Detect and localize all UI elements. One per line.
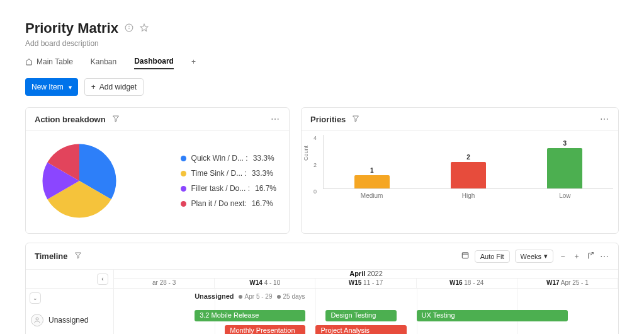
y-tick: 2 [314, 162, 317, 168]
add-widget-button[interactable]: + Add widget [84, 78, 144, 96]
bar-column: 1Medium [347, 135, 397, 188]
widget-title: Priorities [310, 115, 346, 124]
month-year: 2022 [365, 270, 383, 277]
timeline-task[interactable]: UX Testing [417, 310, 568, 321]
today-icon[interactable] [461, 251, 470, 262]
legend-item: Plan it / Do next: 16.7% [181, 199, 276, 208]
bar-value: 2 [466, 154, 470, 161]
home-icon [25, 58, 33, 66]
timeline-lanes: Unassigned Apr 5 - 29 25 days 3.2 Mobile… [114, 289, 618, 334]
summary-days: 25 days [283, 293, 305, 300]
bar-value: 1 [370, 167, 374, 174]
new-item-label: New Item [31, 83, 64, 91]
export-icon[interactable] [586, 251, 595, 262]
legend-value: 16.7% [252, 199, 273, 208]
tab-main-table[interactable]: Main Table [25, 55, 73, 69]
week-cell: W15 11 - 17 [315, 279, 416, 288]
chevron-down-icon: ▾ [544, 252, 548, 260]
tab-dashboard[interactable]: Dashboard [134, 54, 174, 69]
info-icon[interactable] [125, 23, 133, 34]
filter-icon[interactable] [74, 251, 82, 261]
tab-kanban[interactable]: Kanban [91, 55, 116, 69]
bar-category: High [462, 192, 475, 199]
bar-category: Low [559, 192, 570, 199]
legend-value: 33.3% [252, 169, 273, 178]
timeline-task[interactable]: 3.2 Mobile Release [195, 310, 305, 321]
legend-label: Plan it / Do next: [191, 199, 247, 208]
legend-item: Quick Win / D... : 33.3% [181, 154, 276, 163]
widget-title: Action breakdown [35, 115, 106, 124]
svg-marker-4 [113, 116, 118, 122]
summary-name: Unassigned [195, 292, 234, 300]
star-icon[interactable] [140, 23, 149, 34]
pie-legend: Quick Win / D... : 33.3% Time Sink / D..… [181, 154, 276, 208]
bar-column: 2High [443, 135, 494, 188]
week-cell: W16 18 - 24 [417, 279, 517, 288]
month-bold: April [349, 270, 365, 277]
legend-item: Filler task / Do... : 16.7% [181, 184, 276, 193]
priorities-widget: Priorities ⋯ Count 0 2 4 1Medium2High3Lo… [301, 107, 619, 234]
avatar [31, 314, 43, 326]
zoom-in-icon[interactable]: + [572, 252, 581, 261]
bar-category: Medium [361, 192, 383, 199]
add-widget-label: Add widget [99, 83, 137, 91]
bar-column: 3Low [539, 135, 590, 188]
time-unit-select[interactable]: Weeks ▾ [515, 250, 553, 263]
view-tabs: Main Table Kanban Dashboard + [25, 54, 619, 69]
y-axis-label: Count [303, 146, 309, 161]
plus-icon: + [91, 83, 96, 91]
week-header: ar 28 - 3W14 4 - 10W15 11 - 17W16 18 - 2… [114, 279, 618, 289]
autofit-label: Auto Fit [480, 253, 504, 260]
y-tick: 0 [314, 188, 317, 195]
svg-marker-3 [140, 24, 148, 31]
bar[interactable] [547, 148, 582, 188]
svg-point-10 [36, 318, 38, 320]
autofit-button[interactable]: Auto Fit [475, 250, 510, 263]
new-item-button[interactable]: New Item ▾ [25, 78, 78, 96]
svg-rect-7 [462, 253, 468, 258]
legend-dot [181, 156, 186, 161]
month-header: April 2022 [114, 270, 618, 279]
week-cell: W17 Apr 25 - 1 [517, 279, 618, 288]
bar-chart: 0 2 4 1Medium2High3Low [323, 135, 613, 189]
summary-range: Apr 5 - 29 [245, 293, 273, 300]
legend-label: Quick Win / D... : [191, 154, 248, 163]
y-tick: 4 [314, 135, 317, 141]
timeline-widget: Timeline Auto Fit Weeks ▾ − + [25, 243, 619, 334]
svg-point-2 [129, 26, 130, 26]
tab-label: Kanban [91, 57, 116, 66]
time-unit-label: Weeks [521, 253, 541, 260]
action-breakdown-widget: Action breakdown ⋯ [25, 107, 290, 234]
filter-icon[interactable] [112, 115, 120, 124]
legend-dot [181, 186, 186, 192]
legend-value: 16.7% [255, 184, 276, 193]
more-icon[interactable]: ⋯ [600, 114, 609, 124]
legend-label: Filler task / Do... : [191, 184, 250, 193]
pie-chart [38, 140, 120, 222]
board-description[interactable]: Add board description [25, 39, 619, 48]
group-summary: Unassigned Apr 5 - 29 25 days [195, 292, 305, 300]
collapse-icon[interactable]: ⌄ [30, 292, 41, 304]
group-name: Unassigned [48, 316, 88, 325]
add-view-button[interactable]: + [191, 57, 196, 66]
more-icon[interactable]: ⋯ [600, 251, 609, 262]
zoom-out-icon[interactable]: − [558, 252, 567, 261]
more-icon[interactable]: ⋯ [271, 114, 280, 124]
tab-label: Main Table [37, 57, 73, 66]
tab-label: Dashboard [134, 57, 174, 66]
bar[interactable] [451, 162, 486, 189]
timeline-task[interactable]: Monthly Presentation [225, 325, 305, 334]
filter-icon[interactable] [352, 115, 359, 124]
timeline-task[interactable]: Project Analysis [315, 325, 406, 334]
legend-item: Time Sink / D... : 33.3% [181, 169, 276, 178]
legend-label: Time Sink / D... : [191, 169, 247, 178]
prev-icon[interactable]: ‹ [97, 274, 108, 285]
bar[interactable] [354, 175, 390, 188]
legend-dot [181, 171, 186, 176]
timeline-group[interactable]: Unassigned [26, 308, 113, 333]
svg-marker-6 [75, 253, 81, 258]
week-cell: W14 4 - 10 [215, 279, 315, 288]
chevron-down-icon: ▾ [69, 84, 72, 91]
svg-line-9 [590, 252, 592, 255]
timeline-task[interactable]: Design Testing [325, 310, 396, 321]
